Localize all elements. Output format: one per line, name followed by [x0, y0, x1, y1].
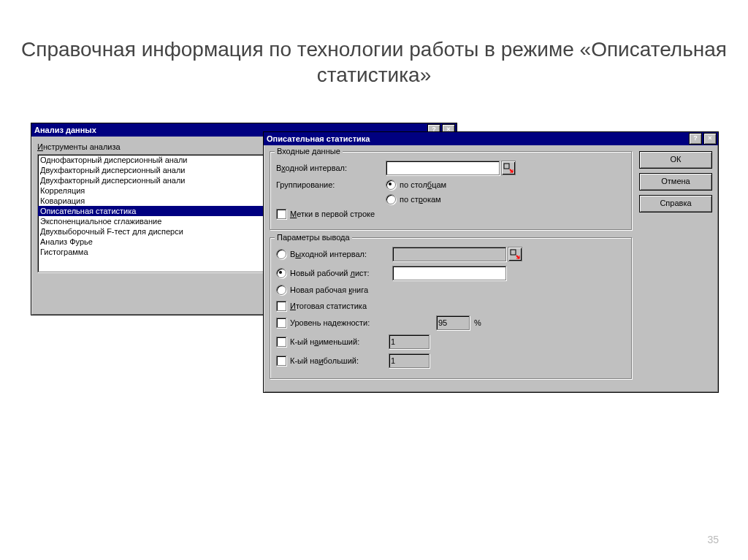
- dialog-title: Описательная статистика: [267, 134, 370, 143]
- input-range-field[interactable]: [386, 161, 500, 175]
- descriptive-statistics-dialog: Описательная статистика ? × Входные данн…: [263, 131, 719, 393]
- new-sheet-field[interactable]: [392, 266, 506, 280]
- input-range-label: Входной интервал:: [276, 164, 386, 172]
- slide-title: Справочная информация по технологии рабо…: [0, 37, 748, 88]
- radio-new-book[interactable]: [276, 285, 286, 295]
- checkbox-labels-first-row[interactable]: [276, 209, 286, 219]
- output-range-field[interactable]: [392, 247, 506, 261]
- titlebar[interactable]: Описательная статистика ? ×: [264, 132, 718, 145]
- checkbox-labels-first-row-label: Метки в первой строке: [290, 210, 375, 218]
- page-number: 35: [707, 534, 719, 545]
- kth-largest-label: К-ый наибольший:: [290, 356, 389, 365]
- dialog-title: Анализ данных: [34, 126, 96, 134]
- radio-by-columns[interactable]: [386, 180, 396, 190]
- range-picker-icon[interactable]: [501, 161, 516, 175]
- new-book-label: Новая рабочая книга: [290, 285, 368, 294]
- checkbox-confidence[interactable]: [276, 318, 286, 328]
- tools-label: Инструменты анализа: [37, 142, 121, 151]
- checkbox-kth-largest[interactable]: [276, 356, 286, 366]
- input-groupbox: Входные данные Входной интервал: Группир…: [270, 151, 632, 230]
- radio-by-rows[interactable]: [386, 194, 396, 204]
- radio-by-rows-label: по строкам: [400, 195, 441, 204]
- grouping-label: Группирование:: [276, 180, 386, 189]
- checkbox-summary[interactable]: [276, 301, 286, 311]
- kth-largest-field[interactable]: 1: [389, 353, 430, 368]
- cancel-button[interactable]: Отмена: [639, 173, 712, 191]
- close-icon[interactable]: ×: [703, 133, 717, 145]
- checkbox-kth-smallest[interactable]: [276, 337, 286, 347]
- kth-smallest-field[interactable]: 1: [389, 334, 430, 349]
- radio-output-range[interactable]: [276, 249, 286, 259]
- new-sheet-label: Новый рабочий лист:: [290, 269, 392, 277]
- help-button[interactable]: Справка: [639, 195, 712, 212]
- svg-rect-0: [504, 164, 509, 169]
- radio-by-columns-label: по столбцам: [400, 180, 446, 189]
- svg-rect-1: [511, 250, 516, 255]
- range-picker-icon[interactable]: [508, 247, 522, 261]
- groupbox-title: Входные данные: [275, 147, 343, 156]
- help-icon[interactable]: ?: [689, 133, 702, 145]
- confidence-field[interactable]: 95: [436, 315, 470, 330]
- output-groupbox: Параметры вывода Выходной интервал: Новы…: [270, 237, 632, 379]
- checkbox-summary-label: Итоговая статистика: [290, 302, 367, 310]
- radio-new-sheet[interactable]: [276, 268, 286, 278]
- percent-label: %: [474, 318, 481, 327]
- groupbox-title: Параметры вывода: [275, 233, 352, 242]
- kth-smallest-label: К-ый наименьший:: [290, 337, 389, 346]
- confidence-label: Уровень надежности:: [290, 318, 436, 327]
- ok-button[interactable]: ОК: [639, 151, 712, 169]
- output-range-label: Выходной интервал:: [290, 250, 392, 258]
